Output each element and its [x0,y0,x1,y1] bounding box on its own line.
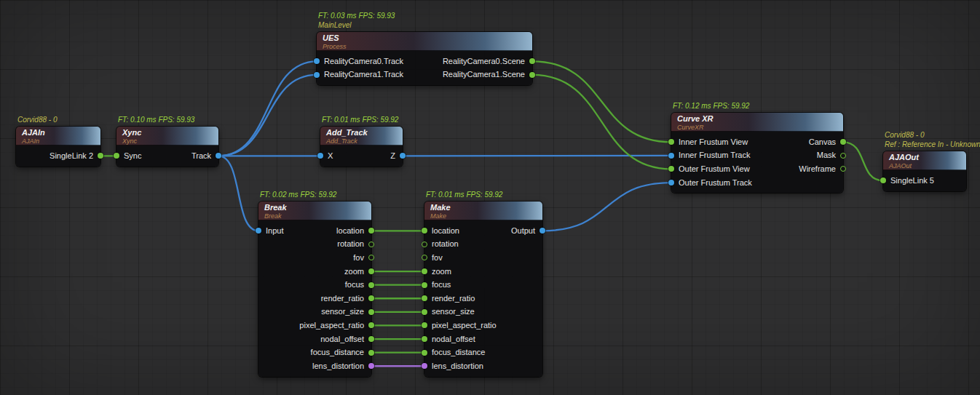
node-header[interactable]: BreakBreak [258,202,371,220]
node-graph-canvas[interactable]: Corvid88 - 0AJAInAJAInSingleLink 2FT: 0.… [0,0,980,395]
pin-label: Mask [817,151,836,159]
pin-label: Canvas [809,138,836,146]
node-annotation: Corvid88 - 0 [17,116,57,125]
node-annotation: FT: 0.02 ms FPS: 59.92 [260,191,336,200]
node-body: Inner Frustum ViewCanvasInner Frustum Tr… [671,132,843,193]
node-row: Outer Frustum Track [671,176,843,190]
output-pin[interactable] [368,268,374,274]
input-pin[interactable] [668,139,674,145]
node-row: SingleLink 2 [16,149,100,163]
output-pin[interactable] [368,255,374,260]
input-pin[interactable] [422,350,427,356]
output-pin[interactable] [368,295,374,301]
input-pin[interactable] [422,295,427,301]
node-row: rotation [258,238,371,252]
node-Xync[interactable]: FT: 0.10 ms FPS: 59.93XyncXyncSyncTrack [116,127,218,167]
node-subtitle: Break [264,212,367,220]
input-pin[interactable] [314,58,320,64]
input-pin[interactable] [422,282,427,288]
input-pin[interactable] [422,268,427,274]
node-header[interactable]: MakeMake [424,202,542,220]
input-pin[interactable] [422,336,427,342]
node-annotations: Corvid88 - 0Ref : Reference In - Unknown [885,131,980,149]
input-pin[interactable] [422,309,427,315]
input-pin[interactable] [256,228,261,234]
pin-label: focus [345,281,364,289]
node-AJAIn[interactable]: Corvid88 - 0AJAInAJAInSingleLink 2 [16,127,100,167]
node-title: Break [264,204,367,212]
node-annotations: FT: 0.01 ms FPS: 59.92 [322,116,398,125]
wire[interactable] [218,75,317,156]
node-annotations: FT: 0.10 ms FPS: 59.93 [118,116,194,125]
output-pin[interactable] [368,242,374,247]
node-body: SingleLink 2 [16,145,100,167]
node-annotation: Corvid88 - 0 [885,131,980,140]
node-header[interactable]: Add_TrackAdd_Track [320,127,403,145]
node-subtitle: Xync [122,137,214,145]
node-Break[interactable]: FT: 0.02 ms FPS: 59.92BreakBreakInputloc… [258,202,371,377]
pin-label: RealityCamera1.Scene [443,71,525,79]
node-header[interactable]: XyncXync [116,127,218,145]
output-pin[interactable] [540,228,545,234]
output-pin[interactable] [368,282,374,288]
node-Make[interactable]: FT: 0.01 ms FPS: 59.92MakeMakelocationOu… [424,202,542,377]
node-subtitle: Process [323,43,528,50]
node-row: focus [258,278,371,292]
node-header[interactable]: UESProcess [317,32,532,51]
output-pin[interactable] [368,322,374,328]
pin-label: lens_distortion [432,362,483,370]
wire[interactable] [843,142,883,180]
input-pin[interactable] [314,72,320,78]
node-body: Inputlocationrotationfovzoomfocusrender_… [258,220,371,377]
wire[interactable] [218,61,317,156]
wire[interactable] [532,61,671,142]
node-title: Curve XR [677,115,839,123]
node-header[interactable]: AJAOutAJAOut [883,151,966,170]
input-pin[interactable] [668,153,674,159]
node-body: locationOutputrotationfovzoomfocusrender… [424,220,542,377]
input-pin[interactable] [422,228,427,234]
node-row: Outer Frustum ViewWireframe [671,162,843,176]
output-pin[interactable] [368,309,374,315]
pin-label: focus [432,281,451,289]
input-pin[interactable] [114,153,119,159]
input-pin[interactable] [422,363,427,369]
output-pin[interactable] [368,336,374,342]
output-pin[interactable] [840,139,846,145]
input-pin[interactable] [668,180,674,185]
output-pin[interactable] [98,153,103,159]
node-body: SingleLink 5 [883,170,966,191]
node-CurveXR[interactable]: FT: 0.12 ms FPS: 59.92Curve XRCurveXRInn… [671,113,843,193]
output-pin[interactable] [368,350,374,356]
wire[interactable] [542,183,671,231]
node-AJAOut[interactable]: Corvid88 - 0Ref : Reference In - Unknown… [883,151,966,191]
output-pin[interactable] [368,228,374,234]
node-row: XZ [320,149,403,163]
wire[interactable] [218,156,258,231]
node-row: sensor_size [424,306,542,319]
input-pin[interactable] [880,177,886,183]
output-pin[interactable] [529,58,535,64]
node-title: UES [323,34,528,42]
input-pin[interactable] [317,153,323,159]
node-header[interactable]: AJAInAJAIn [16,127,100,145]
output-pin[interactable] [368,363,374,369]
pin-label: nodal_offset [320,335,364,343]
input-pin[interactable] [422,255,427,260]
node-AddTrack[interactable]: FT: 0.01 ms FPS: 59.92Add_TrackAdd_Track… [320,127,403,167]
input-pin[interactable] [668,166,674,172]
node-annotation: FT: 0.01 ms FPS: 59.92 [322,116,398,125]
pin-label: X [328,152,333,160]
pin-label: focus_distance [432,348,485,356]
input-pin[interactable] [422,242,427,247]
input-pin[interactable] [422,322,427,328]
node-UES[interactable]: FT: 0.03 ms FPS: 59.93MainLevelUESProces… [317,32,532,85]
output-pin[interactable] [529,72,535,78]
node-header[interactable]: Curve XRCurveXR [671,113,843,132]
node-row: Inner Frustum ViewCanvas [671,135,843,149]
output-pin[interactable] [840,166,846,172]
output-pin[interactable] [216,153,221,159]
node-row: render_ratio [258,292,371,306]
output-pin[interactable] [400,153,406,159]
output-pin[interactable] [840,153,846,159]
